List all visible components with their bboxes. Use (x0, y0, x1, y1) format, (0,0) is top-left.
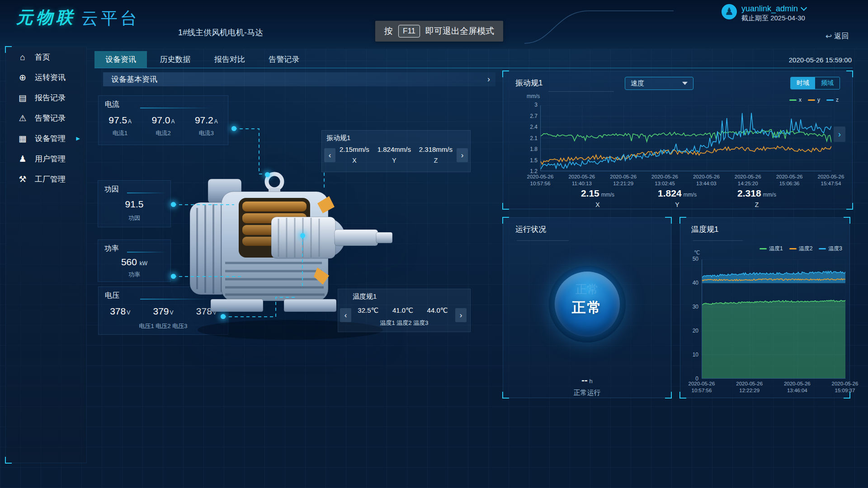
toggle-frequency-domain[interactable]: 频域 (815, 77, 840, 89)
vibration-cell: 2.15mm/s X (340, 145, 369, 164)
power-title: 功率 (104, 244, 119, 253)
sidebar-item-operation-info[interactable]: ⊕ 运转资讯 (6, 67, 86, 88)
sidebar-item-label: 报告记录 (35, 93, 66, 103)
sidebar-item-alarm-records[interactable]: ⚠ 告警记录 (6, 108, 86, 128)
legend-item[interactable]: 温度3 (819, 245, 842, 253)
legend-marker (760, 248, 767, 249)
current-cell: 97.2A 电流3 (195, 115, 218, 137)
devices-grid-icon: ▦ (18, 133, 28, 144)
axis-summary-y: 1.824mm/s Y (643, 188, 711, 208)
vibration-cell: 2.318mm/s Z (419, 145, 453, 164)
sidebar-item-factory-management[interactable]: ⚒ 工厂管理 (6, 169, 86, 189)
legend-marker (819, 248, 826, 249)
fullscreen-hint-prefix: 按 (384, 25, 393, 37)
axis-summary-x: 2.15mm/s X (564, 188, 632, 208)
power-factor-title: 功因 (104, 185, 119, 194)
globe-icon: ⊕ (18, 72, 28, 83)
current-box: 电流 97.5A 电流1 97.0A 电流2 97.2A 电流3 (98, 95, 228, 145)
current-title: 电流 (105, 100, 119, 109)
avatar-icon: ♟ (725, 6, 734, 18)
temperature-callout: 温度规1 ‹ › 32.5℃ 41.0℃ 44.0℃ 温度1 温度2 温度3 (338, 289, 471, 332)
voltage-cell: 379V (153, 306, 173, 317)
sidebar-item-home[interactable]: ⌂ 首页 (6, 47, 86, 67)
dashboard-page: 元物联 云平台 1#线主供风机电机-马达 按 F11 即可退出全屏模式 ♟ yu… (0, 0, 868, 488)
toggle-time-domain[interactable]: 时域 (791, 77, 815, 89)
power-factor-label: 功因 (98, 214, 170, 222)
sidebar-item-label: 运转资讯 (35, 72, 66, 83)
tab-report-compare[interactable]: 报告对比 (203, 51, 256, 68)
legend-marker (789, 99, 797, 101)
tabbar-underline (94, 68, 853, 68)
running-caption: 正常运行 (503, 389, 671, 397)
legend-marker (789, 248, 797, 249)
sidebar-item-user-management[interactable]: ♟ 用户管理 (6, 149, 86, 169)
alarm-icon: ⚠ (18, 113, 28, 123)
back-button[interactable]: ↩ 返回 (826, 32, 849, 41)
next-arrow-button[interactable]: › (457, 148, 468, 162)
sidebar-item-label: 设备管理 (35, 133, 66, 144)
legend-item[interactable]: x (789, 97, 802, 103)
content-tabbar: 设备资讯 历史数据 报告对比 告警记录 (94, 51, 310, 68)
current-datetime: 2020-05-26 15:59:00 (789, 56, 852, 64)
vibration-callout: 振动规1 ‹ › 2.15mm/s X 1.824mm/s Y 2.318mm/… (321, 130, 471, 172)
breadcrumb: 1#线主供风机电机-马达 (156, 25, 285, 40)
sidebar-item-label: 工厂管理 (35, 174, 66, 184)
legend-item[interactable]: 温度1 (760, 245, 783, 253)
return-icon: ↩ (826, 32, 832, 41)
temperature-cell: 44.0℃ (427, 306, 448, 314)
header: 元物联 云平台 1#线主供风机电机-马达 按 F11 即可退出全屏模式 ♟ yu… (0, 0, 868, 49)
legend-item[interactable]: z (826, 97, 839, 103)
avatar: ♟ (722, 4, 737, 19)
domain-toggle: 时域 频域 (790, 77, 840, 89)
temperature-cell: 32.5℃ (358, 306, 378, 314)
voltage-title: 电压 (105, 291, 119, 300)
x-axis-labels: 2020-05-26 10:57:562020-05-26 11:40:1320… (520, 174, 851, 187)
running-hours: --h (503, 375, 671, 385)
dropdown-caret-icon (682, 82, 688, 85)
y-axis-labels: 32.72.42.11.81.51.2 (519, 102, 538, 174)
license-expiry: 截止期至 2025-04-30 (741, 14, 806, 23)
chevron-right-icon: ▶ (76, 136, 80, 141)
glow-dot (231, 126, 236, 131)
chart-next-button[interactable]: › (834, 127, 845, 142)
legend-item[interactable]: y (808, 97, 820, 103)
temperature-chart (702, 259, 845, 379)
header-decor-curve (524, 4, 674, 45)
sidebar-item-device-management[interactable]: ▦ 设备管理 ▶ (6, 128, 86, 149)
power-factor-box: 功因 91.5 功因 (98, 180, 171, 227)
username: yuanlink_admin (741, 4, 798, 13)
expand-right-icon[interactable]: › (487, 72, 490, 86)
user-icon: ♟ (18, 154, 28, 164)
vibration-panel: 振动规1 速度 时域 频域 xyz mm/s 32.72.42.11.81.51… (503, 71, 853, 209)
measure-type-dropdown[interactable]: 速度 (625, 77, 693, 90)
section-title: 设备基本资讯 (111, 75, 157, 84)
status-ghost-text: 正常 (555, 282, 620, 297)
sidebar-item-report-records[interactable]: ▤ 报告记录 (6, 88, 86, 108)
temperature-cell-labels: 温度1 温度2 温度3 (338, 319, 470, 327)
sidebar: ⌂ 首页 ⊕ 运转资讯 ▤ 报告记录 ⚠ 告警记录 ▦ 设备管理 ▶ ♟ 用户管… (5, 47, 87, 463)
sidebar-item-label: 首页 (35, 52, 50, 62)
y-axis-unit: ℃ (694, 249, 700, 256)
temperature-cell: 41.0℃ (392, 306, 413, 314)
tab-device-info[interactable]: 设备资讯 (94, 51, 147, 68)
status-text: 正常 (572, 298, 603, 317)
vibration-legend: xyz (789, 97, 839, 103)
fullscreen-hint-suffix: 即可退出全屏模式 (425, 25, 494, 37)
vibration-callout-title: 振动规1 (326, 134, 350, 142)
x-axis-labels: 2020-05-26 10:57:562020-05-26 12:22:2920… (682, 380, 865, 394)
tab-alarm-records[interactable]: 告警记录 (258, 51, 310, 68)
user-menu[interactable]: ♟ yuanlink_admin 截止期至 2025-04-30 (722, 4, 806, 23)
axis-summary-z: 2.318mm/s Z (723, 188, 791, 208)
home-icon: ⌂ (18, 52, 28, 62)
current-cell: 97.0A 电流2 (152, 115, 175, 137)
power-value: 560 kW (98, 257, 170, 267)
tab-history-data[interactable]: 历史数据 (149, 51, 201, 68)
temperature-legend: 温度1温度2温度3 (760, 245, 842, 253)
dropdown-value: 速度 (631, 79, 644, 88)
legend-item[interactable]: 温度2 (789, 245, 813, 253)
legend-marker (826, 99, 834, 101)
temperature-panel-title: 温度规1 (691, 224, 718, 235)
report-icon: ▤ (18, 93, 28, 103)
glow-dot (171, 274, 176, 279)
prev-arrow-button[interactable]: ‹ (324, 148, 335, 162)
